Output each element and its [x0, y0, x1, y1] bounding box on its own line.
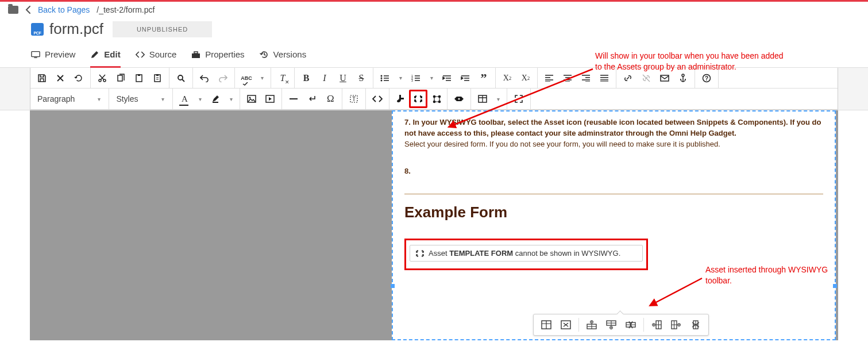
fullscreen-icon[interactable] [510, 90, 528, 108]
help-icon[interactable]: ? [697, 69, 716, 87]
text-color-icon[interactable]: A [175, 90, 194, 108]
restore-icon[interactable] [70, 69, 88, 87]
underline-icon[interactable]: U [334, 69, 352, 87]
component-icon[interactable] [427, 90, 446, 108]
gadget-icon[interactable] [450, 90, 468, 108]
col-delete-icon[interactable] [688, 318, 704, 332]
unlink-icon[interactable] [637, 69, 655, 87]
anchor-icon[interactable] [674, 69, 692, 87]
redo-icon[interactable] [214, 69, 232, 87]
paragraph-label: Paragraph [37, 94, 75, 103]
blockquote-icon[interactable]: ” [474, 69, 493, 87]
bullet-list-menu[interactable]: ▾ [394, 69, 407, 87]
align-justify-icon[interactable] [595, 69, 614, 87]
align-center-icon[interactable] [558, 69, 577, 87]
highlight-menu[interactable]: ▾ [225, 90, 237, 108]
align-right-icon[interactable] [577, 69, 595, 87]
editable-region[interactable]: 7. In your WYSIWYG toolbar, select the A… [392, 110, 836, 340]
table-props-icon[interactable] [538, 318, 554, 332]
bullet-list-icon[interactable] [376, 69, 394, 87]
step7-text: 7. In your WYSIWYG toolbar, select the A… [404, 118, 821, 137]
svg-point-29 [433, 100, 436, 103]
undo-icon[interactable] [195, 69, 214, 87]
monitor-icon [31, 50, 40, 59]
tab-label: Source [149, 49, 177, 59]
selection-handle[interactable] [833, 284, 837, 288]
styles-label: Styles [116, 94, 138, 103]
editor-canvas: 7. In your WYSIWYG toolbar, select the A… [30, 110, 838, 340]
outdent-icon[interactable] [438, 69, 456, 87]
tab-label: Properties [205, 49, 244, 59]
strike-icon[interactable]: S [352, 69, 371, 87]
table-delete-icon[interactable] [558, 318, 574, 332]
highlight-icon[interactable] [206, 90, 225, 108]
tab-properties[interactable]: Properties [191, 49, 244, 68]
svg-point-11 [381, 75, 383, 76]
svg-point-12 [381, 77, 383, 79]
bold-icon[interactable]: B [297, 69, 315, 87]
svg-text:3: 3 [411, 79, 413, 82]
text-color-menu[interactable]: ▾ [194, 90, 206, 108]
hr-icon[interactable] [284, 90, 303, 108]
linebreak-icon[interactable] [303, 90, 321, 108]
image-icon[interactable] [242, 90, 261, 108]
asset-annotation-box: Asset TEMPLATE FORM cannot be shown in W… [404, 239, 648, 270]
view-tabs: Preview Edit Source Properties Versions [0, 44, 868, 68]
code-icon[interactable] [368, 90, 387, 108]
col-after-icon[interactable] [668, 318, 684, 332]
clear-format-icon[interactable]: T✕ [273, 69, 292, 87]
video-icon[interactable] [261, 90, 279, 108]
pencil-icon [90, 50, 99, 59]
copy-icon[interactable] [111, 69, 130, 87]
cut-icon[interactable] [93, 69, 111, 87]
svg-point-28 [438, 95, 441, 98]
asset-icon[interactable] [409, 90, 427, 108]
find-icon[interactable] [172, 69, 190, 87]
close-icon[interactable] [51, 69, 70, 87]
divider [404, 194, 823, 194]
paragraph-select[interactable]: Paragraph▾ [30, 94, 109, 103]
save-icon[interactable] [33, 69, 51, 87]
row-before-icon[interactable] [584, 318, 600, 332]
paste-text-icon[interactable] [148, 69, 167, 87]
chevron-left-icon[interactable] [25, 6, 31, 14]
tab-preview[interactable]: Preview [31, 49, 75, 68]
back-to-pages-link[interactable]: Back to Pages [38, 5, 90, 14]
row-delete-icon[interactable] [623, 318, 639, 332]
row-after-icon[interactable] [603, 318, 619, 332]
superscript-icon[interactable]: X2 [498, 69, 516, 87]
svg-point-10 [178, 75, 183, 80]
history-icon [260, 50, 269, 59]
asset-placeholder[interactable]: Asset TEMPLATE FORM cannot be shown in W… [410, 245, 643, 262]
link-icon[interactable] [619, 69, 637, 87]
num-list-menu[interactable]: ▾ [425, 69, 438, 87]
page-title-row: PCF form.pcf UNPUBLISHED [0, 18, 868, 44]
num-list-icon[interactable]: 123 [407, 69, 425, 87]
mailto-icon[interactable] [655, 69, 674, 87]
table-menu[interactable]: ▾ [492, 90, 504, 108]
svg-rect-7 [138, 74, 140, 76]
spellcheck-menu[interactable]: ▾ [256, 69, 268, 87]
tab-source[interactable]: Source [136, 49, 177, 68]
specialchar-icon[interactable]: Ω [321, 90, 340, 108]
italic-icon[interactable]: I [315, 69, 334, 87]
select-block-icon[interactable]: T [345, 90, 363, 108]
tab-versions[interactable]: Versions [260, 49, 307, 68]
example-form-heading: Example Form [404, 203, 823, 221]
tab-edit[interactable]: Edit [90, 49, 120, 68]
selection-handle[interactable] [391, 284, 395, 288]
code-icon [136, 50, 145, 59]
table-icon[interactable] [473, 90, 492, 108]
paste-icon[interactable] [130, 69, 148, 87]
folder-icon[interactable] [8, 6, 18, 14]
col-before-icon[interactable] [649, 318, 665, 332]
indent-icon[interactable] [456, 69, 474, 87]
asset-msg-text: Asset TEMPLATE FORM cannot be shown in W… [429, 249, 620, 258]
spellcheck-icon[interactable]: ABC [237, 69, 256, 87]
align-left-icon[interactable] [540, 69, 558, 87]
table-floating-toolbar [533, 314, 709, 336]
breadcrumb: Back to Pages /_test-2/form.pcf [0, 2, 868, 18]
subscript-icon[interactable]: X2 [516, 69, 535, 87]
styles-select[interactable]: Styles▾ [109, 94, 172, 103]
snippet-icon[interactable] [391, 90, 409, 108]
